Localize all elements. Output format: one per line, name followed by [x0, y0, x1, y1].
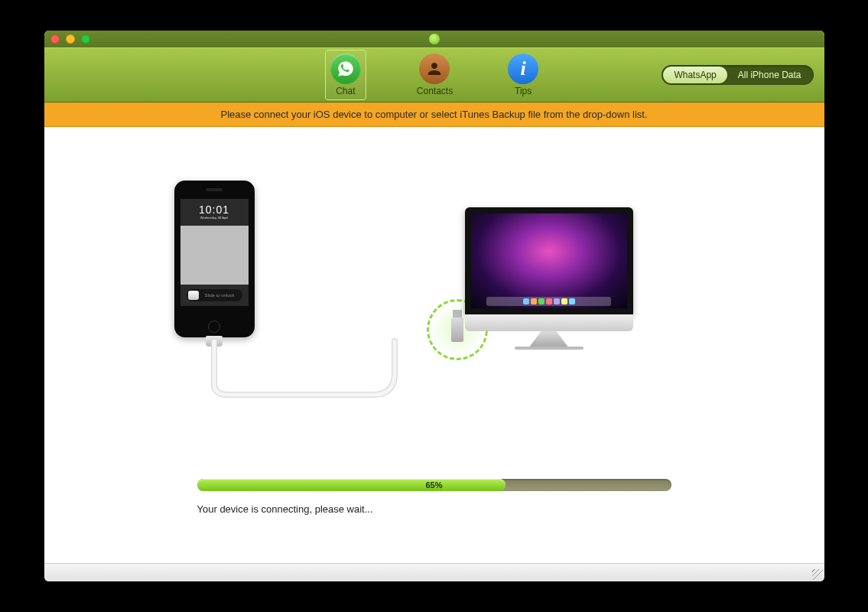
- imac-graphic: [465, 207, 633, 349]
- imac-foot: [515, 347, 584, 350]
- zoom-button[interactable]: [81, 34, 90, 44]
- connection-illustration: 10:01 Wednesday, 30 April Slide to unloc…: [144, 181, 725, 425]
- imac-logo: [465, 314, 633, 331]
- main-toolbar: Chat Contacts i Tips WhatsApp All iPhone…: [44, 47, 824, 103]
- main-content: 10:01 Wednesday, 30 April Slide to unloc…: [44, 127, 824, 563]
- info-icon: i: [508, 54, 538, 84]
- phone-time: 10:01: [180, 203, 249, 216]
- status-message: Your device is connecting, please wait..…: [197, 503, 671, 515]
- home-button-icon: [208, 321, 220, 333]
- progress-percent-label: 65%: [197, 479, 671, 491]
- phone-speaker: [206, 188, 223, 191]
- tab-chat[interactable]: Chat: [325, 50, 366, 100]
- imac-screen: [465, 207, 633, 314]
- phone-screen: 10:01 Wednesday, 30 April Slide to unloc…: [180, 199, 249, 306]
- data-mode-switch[interactable]: WhatsApp All iPhone Data: [662, 65, 813, 85]
- phone-date: Wednesday, 30 April: [180, 216, 249, 220]
- usb-cable: [205, 334, 457, 402]
- progress-bar: 65%: [197, 479, 671, 491]
- dock-icon: [486, 297, 611, 306]
- usb-plug-icon: [451, 317, 463, 342]
- app-title-icon: [429, 34, 440, 44]
- imac-stand: [530, 331, 568, 347]
- mode-all-iphone-data[interactable]: All iPhone Data: [727, 67, 812, 83]
- slide-to-unlock: Slide to unlock: [187, 289, 242, 301]
- resize-handle[interactable]: [812, 569, 823, 580]
- mode-whatsapp[interactable]: WhatsApp: [663, 67, 727, 83]
- window-controls: [50, 34, 90, 44]
- instruction-banner: Please connect your iOS device to comput…: [44, 103, 824, 127]
- tab-contacts[interactable]: Contacts: [412, 50, 457, 99]
- status-bar: [44, 563, 824, 581]
- instruction-text: Please connect your iOS device to comput…: [220, 109, 647, 120]
- imac-wallpaper: [471, 213, 627, 308]
- tab-tips[interactable]: i Tips: [503, 50, 543, 99]
- contacts-icon: [419, 54, 450, 84]
- slide-label: Slide to unlock: [199, 293, 241, 298]
- whatsapp-icon: [330, 54, 361, 84]
- close-button[interactable]: [50, 34, 60, 44]
- tab-contacts-label: Contacts: [417, 86, 453, 96]
- app-window: Chat Contacts i Tips WhatsApp All iPhone…: [44, 31, 824, 581]
- slider-knob: [188, 291, 199, 300]
- iphone-graphic: 10:01 Wednesday, 30 April Slide to unloc…: [174, 181, 255, 337]
- titlebar: [44, 31, 824, 47]
- progress-section: 65% Your device is connecting, please wa…: [197, 479, 671, 515]
- minimize-button[interactable]: [66, 34, 75, 44]
- tab-tips-label: Tips: [515, 86, 532, 96]
- tab-chat-label: Chat: [336, 86, 355, 96]
